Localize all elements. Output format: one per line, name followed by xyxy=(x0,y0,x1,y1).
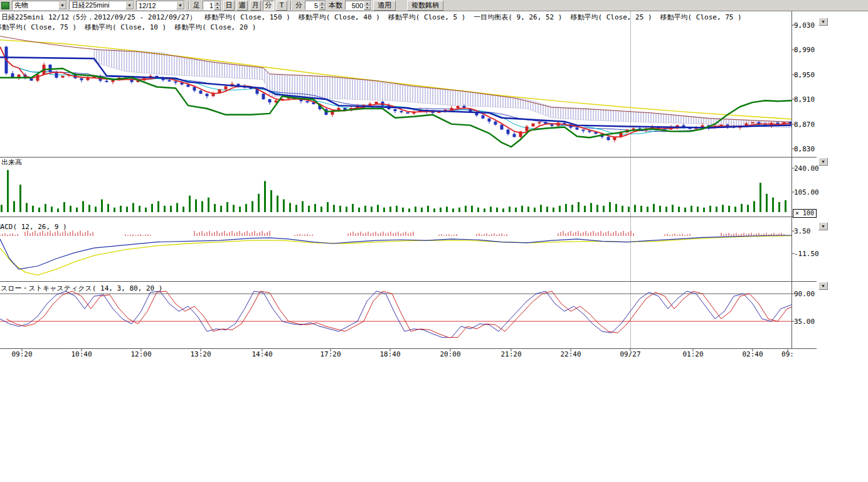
macd-axis-label: 3.50 xyxy=(794,227,811,235)
spin-down-icon[interactable]: ▼ xyxy=(214,6,221,10)
app-icon xyxy=(1,2,9,9)
macd-axis-label: -11.50 xyxy=(794,250,819,258)
time-axis-label: 20:00 xyxy=(437,350,464,358)
time-axis-label: 09:20 xyxy=(8,350,36,358)
volume-axis-label: 240.00 xyxy=(794,164,819,173)
instrument-type-select[interactable]: 先物 ▼ xyxy=(12,1,67,10)
time-axis-label: 18:40 xyxy=(376,350,404,358)
multi-symbol-button[interactable]: 複数銘柄 xyxy=(407,1,443,11)
time-axis-label: 22:40 xyxy=(557,350,585,358)
minute-value: 5 xyxy=(307,2,319,9)
bar-count-value: 500 xyxy=(347,2,364,9)
period-week-button[interactable]: 週 xyxy=(236,1,248,11)
chart-title: 日経225mini 12/12（5分，2012/09/25 - 2012/09/… xyxy=(1,13,196,22)
time-axis-label: 09: xyxy=(774,350,802,358)
toolbar: 先物 ▼ 日経225mini ▼ 12/12 ▼ 足 1 ▲ ▼ 日 週 月 分… xyxy=(0,0,868,11)
period-minute-button[interactable]: 分 xyxy=(263,1,274,11)
trading-chart-window: 先物 ▼ 日経225mini ▼ 12/12 ▼ 足 1 ▲ ▼ 日 週 月 分… xyxy=(0,0,868,482)
minute-stepper[interactable]: 5 ▲ ▼ xyxy=(305,1,326,10)
price-axis-label: 8,830 xyxy=(794,145,815,153)
time-axis-label: 10:40 xyxy=(68,350,95,358)
chevron-down-icon: ▼ xyxy=(821,284,825,288)
price-axis-label: 8,990 xyxy=(794,46,815,54)
chart-canvas[interactable] xyxy=(0,0,868,482)
legend-item: 移動平均( Close, 40 ) xyxy=(299,13,380,22)
instrument-type-value: 先物 xyxy=(14,1,57,10)
period-month-button[interactable]: 月 xyxy=(250,1,261,11)
time-axis-label: 17:20 xyxy=(317,350,344,358)
contract-month-value: 12/12 xyxy=(139,2,175,9)
time-axis-label: 14:40 xyxy=(248,350,276,358)
bar-type-label: 足 xyxy=(193,1,201,10)
chevron-down-icon: ▼ xyxy=(821,19,825,24)
time-axis-label: 21:20 xyxy=(497,350,525,358)
legend-item: 移動平均( Close, 25 ) xyxy=(570,13,652,22)
time-axis-label: 13:20 xyxy=(187,350,214,358)
spin-down-icon[interactable]: ▼ xyxy=(319,6,326,10)
time-axis-label: 01:20 xyxy=(679,350,707,358)
stoch-axis-label: 35.00 xyxy=(794,318,815,326)
bar-interval-value: 1 xyxy=(204,2,214,9)
legend-item: 移動平均( Close, 150 ) xyxy=(204,13,290,22)
contract-month-select[interactable]: 12/12 ▼ xyxy=(136,1,185,10)
chevron-down-icon: ▼ xyxy=(125,1,134,9)
legend-item: 移動平均( Close, 20 ) xyxy=(174,23,256,32)
time-axis-label: 12:00 xyxy=(127,350,155,358)
legend-row-2: 移動平均( Close, 75 )移動平均( Close, 10 )移動平均( … xyxy=(0,23,256,32)
spin-up-icon[interactable]: ▲ xyxy=(214,1,221,6)
legend-item: 移動平均( Close, 75 ) xyxy=(0,23,77,32)
toolbar-separator xyxy=(290,1,292,10)
price-axis-label: 9,030 xyxy=(794,21,815,29)
time-axis-label: 09/27 xyxy=(617,350,644,358)
price-axis-label: 8,870 xyxy=(794,120,815,129)
legend-item: 一目均衡表( 9, 26, 52 ) xyxy=(474,13,562,22)
symbol-value: 日経225mini xyxy=(71,1,124,10)
spin-down-icon[interactable]: ▼ xyxy=(364,6,371,10)
price-axis-label: 8,950 xyxy=(794,71,815,79)
volume-pane-menu-button[interactable]: ▼ xyxy=(818,158,828,166)
macd-pane-title: MACD( 12, 26, 9 ) xyxy=(0,223,67,231)
price-axis-label: 8,910 xyxy=(794,95,815,104)
chevron-down-icon: ▼ xyxy=(58,1,66,9)
bar-count-label: 本数 xyxy=(328,1,343,10)
spin-up-icon[interactable]: ▲ xyxy=(364,1,371,6)
stoch-pane-title: スロー・ストキャスティクス( 14, 3, 80, 20 ) xyxy=(1,284,162,293)
toolbar-separator xyxy=(188,1,189,10)
symbol-select[interactable]: 日経225mini ▼ xyxy=(69,1,134,10)
bar-count-stepper[interactable]: 500 ▲ ▼ xyxy=(345,1,371,10)
volume-pane-title: 出来高 xyxy=(1,158,22,167)
chevron-down-icon: ▼ xyxy=(176,1,184,9)
period-day-button[interactable]: 日 xyxy=(223,1,235,11)
macd-pane-menu-button[interactable]: ▼ xyxy=(818,222,828,230)
volume-axis-label: 105.00 xyxy=(794,188,819,196)
stoch-pane-menu-button[interactable]: ▼ xyxy=(818,282,828,290)
period-tick-button[interactable]: T xyxy=(276,1,287,11)
chevron-down-icon: ▼ xyxy=(821,159,825,164)
price-pane-menu-button[interactable]: ▼ xyxy=(818,18,828,26)
apply-button[interactable]: 適用 xyxy=(373,1,396,11)
bar-interval-stepper[interactable]: 1 ▲ ▼ xyxy=(203,1,221,10)
legend-item: 移動平均( Close, 5 ) xyxy=(388,13,465,22)
time-axis-label: 02:40 xyxy=(739,350,766,358)
spin-up-icon[interactable]: ▲ xyxy=(319,1,326,6)
legend-item: 移動平均( Close, 75 ) xyxy=(660,13,742,22)
chevron-down-icon: ▼ xyxy=(821,224,825,228)
stoch-axis-label: 90.00 xyxy=(794,290,815,298)
volume-scale-badge: × 100 xyxy=(793,209,817,218)
legend-item: 移動平均( Close, 10 ) xyxy=(85,23,166,32)
minute-label: 分 xyxy=(295,1,303,10)
legend-row-1: 日経225mini 12/12（5分，2012/09/25 - 2012/09/… xyxy=(1,13,742,22)
